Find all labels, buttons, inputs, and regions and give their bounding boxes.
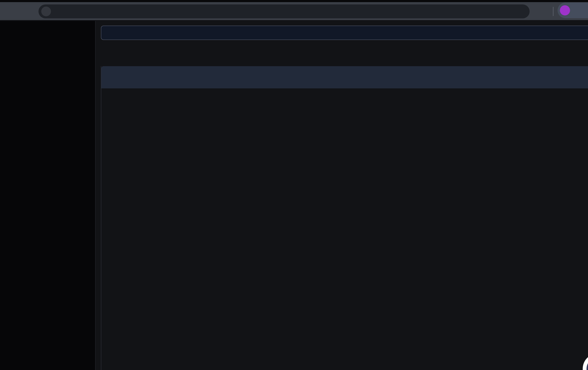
browser-toolbar bbox=[0, 2, 588, 21]
brand-home-link[interactable] bbox=[0, 30, 95, 43]
toolbar-divider bbox=[553, 7, 554, 16]
main-content bbox=[96, 21, 588, 370]
reload-button[interactable] bbox=[24, 7, 32, 15]
browser-tab-strip bbox=[0, 0, 588, 2]
table-header bbox=[101, 66, 588, 88]
avatar bbox=[560, 5, 570, 15]
site-settings-button[interactable] bbox=[41, 7, 51, 16]
client-secret-input[interactable] bbox=[101, 26, 588, 40]
bookmark-button[interactable] bbox=[515, 7, 524, 16]
url-bar[interactable] bbox=[39, 4, 530, 18]
unified-logo-icon bbox=[0, 30, 14, 43]
extensions-button[interactable] bbox=[537, 7, 546, 16]
sidebar bbox=[0, 21, 96, 370]
forward-button[interactable] bbox=[9, 7, 17, 15]
profile-chip[interactable] bbox=[557, 2, 588, 18]
scopes-table bbox=[101, 66, 588, 370]
